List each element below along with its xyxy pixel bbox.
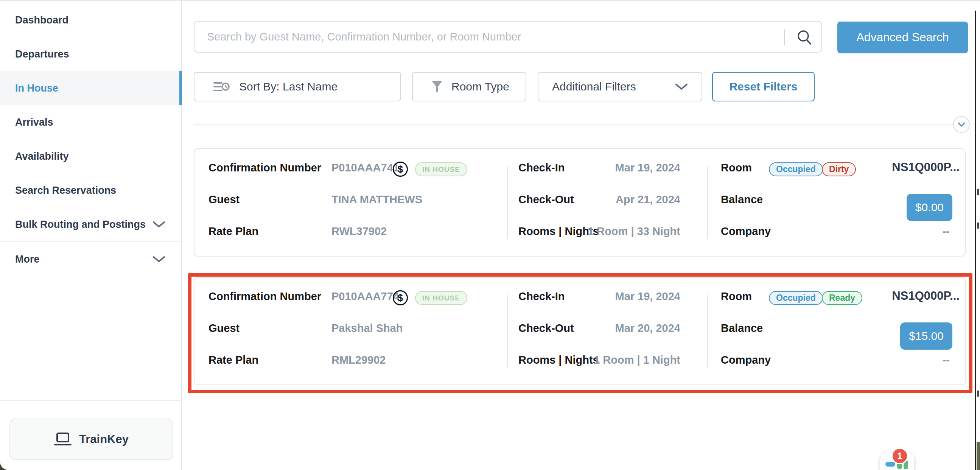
card-column-divider xyxy=(507,295,508,368)
sidebar-item-label: Search Reservations xyxy=(15,185,116,196)
search-divider xyxy=(784,29,785,45)
housekeeping-badge: Ready xyxy=(822,291,862,305)
company-value: -- xyxy=(943,225,950,237)
desktop-corner-artifact xyxy=(977,442,980,470)
guest-name: Pakshal Shah xyxy=(331,322,403,335)
dollar-circle-icon[interactable]: $ xyxy=(393,290,408,305)
confirmation-label: Confirmation Number xyxy=(208,162,321,174)
room-type-filter[interactable]: Room Type xyxy=(412,72,526,101)
sidebar-item-label: In House xyxy=(15,83,58,94)
rate-plan-value: RML29902 xyxy=(331,354,385,366)
sidebar-item-label: More xyxy=(15,253,40,265)
housekeeping-badge: Dirty xyxy=(822,163,856,176)
room-number: NS1Q000P... xyxy=(892,289,959,303)
chevron-down-icon xyxy=(958,122,965,127)
reservation-card[interactable]: Confirmation Number P010AAA741 $ IN HOUS… xyxy=(194,148,966,257)
rooms-nights-label: Rooms | Nights xyxy=(519,354,599,366)
room-label: Room xyxy=(721,162,752,174)
section-divider xyxy=(194,124,955,124)
sidebar-nav: Dashboard Departures In House Arrivals A… xyxy=(0,3,181,276)
balance-button[interactable]: $0.00 xyxy=(907,194,952,221)
check-out-date: Apr 21, 2024 xyxy=(616,193,680,206)
dollar-circle-icon[interactable]: $ xyxy=(393,162,408,177)
chevron-down-icon xyxy=(153,221,165,228)
collapse-chevron-button[interactable] xyxy=(953,116,970,133)
window-edge xyxy=(975,11,976,470)
guest-label: Guest xyxy=(208,322,240,335)
sidebar-item-dashboard[interactable]: Dashboard xyxy=(0,3,181,37)
background-window-artifact xyxy=(977,223,979,229)
sidebar-item-availability[interactable]: Availability xyxy=(0,139,181,173)
sidebar-item-more[interactable]: More xyxy=(0,242,181,276)
search-icon[interactable] xyxy=(796,29,813,46)
reset-filters-button[interactable]: Reset Filters xyxy=(712,72,815,101)
balance-button[interactable]: $15.00 xyxy=(900,322,952,350)
sidebar: Dashboard Departures In House Arrivals A… xyxy=(0,1,182,470)
sidebar-item-label: Arrivals xyxy=(15,116,53,128)
rate-plan-label: Rate Plan xyxy=(208,354,258,366)
sidebar-bottom-divider xyxy=(0,400,182,401)
sidebar-item-in-house[interactable]: In House xyxy=(0,71,181,105)
rate-plan-label: Rate Plan xyxy=(208,225,258,237)
slack-icon xyxy=(885,462,895,467)
reservation-card[interactable]: Confirmation Number P010AAA774 $ IN HOUS… xyxy=(194,277,966,385)
check-out-label: Check-Out xyxy=(519,193,574,206)
confirmation-number[interactable]: P010AAA741 xyxy=(331,162,399,174)
rooms-nights-value: 1 Room | 33 Night xyxy=(588,225,680,237)
card-column-divider xyxy=(707,166,708,239)
sidebar-item-bulk-routing[interactable]: Bulk Routing and Postings xyxy=(0,207,181,241)
funnel-icon xyxy=(431,80,443,93)
dollar-glyph: $ xyxy=(398,164,403,175)
check-in-date: Mar 19, 2024 xyxy=(615,162,680,174)
trainkey-label: TrainKey xyxy=(79,433,129,446)
confirmation-label: Confirmation Number xyxy=(208,290,321,303)
search-box xyxy=(194,21,822,53)
sidebar-item-label: Availability xyxy=(15,151,69,163)
sidebar-item-label: Departures xyxy=(15,48,69,60)
status-badge: IN HOUSE xyxy=(415,291,467,305)
laptop-icon xyxy=(54,433,72,446)
check-in-label: Check-In xyxy=(519,290,565,303)
trainkey-button[interactable]: TrainKey xyxy=(10,419,173,460)
sidebar-item-search-reservations[interactable]: Search Reservations xyxy=(0,173,181,207)
additional-filters-label: Additional Filters xyxy=(552,80,636,93)
room-type-label: Room Type xyxy=(452,80,509,93)
company-label: Company xyxy=(721,354,771,366)
sidebar-item-arrivals[interactable]: Arrivals xyxy=(0,105,181,139)
chevron-down-icon xyxy=(153,255,165,263)
room-number: NS1Q000P... xyxy=(892,161,959,174)
app-window: Dashboard Departures In House Arrivals A… xyxy=(0,0,980,470)
background-window-artifact xyxy=(977,189,979,195)
guest-name: TINA MATTHEWS xyxy=(331,193,422,206)
sort-icon xyxy=(213,80,230,93)
company-value: -- xyxy=(943,354,950,366)
dollar-glyph: $ xyxy=(398,293,403,303)
balance-label: Balance xyxy=(721,322,763,335)
rooms-nights-value: 1 Room | 1 Night xyxy=(594,354,680,366)
guest-label: Guest xyxy=(208,193,240,206)
chevron-down-icon xyxy=(675,83,688,91)
sidebar-item-label: Bulk Routing and Postings xyxy=(15,219,146,231)
card-column-divider xyxy=(507,166,508,239)
check-in-label: Check-In xyxy=(519,162,565,174)
check-in-date: Mar 19, 2024 xyxy=(615,290,680,303)
occupancy-badge: Occupied xyxy=(769,291,823,305)
card-column-divider xyxy=(707,295,708,368)
room-label: Room xyxy=(721,290,752,303)
sort-by-dropdown[interactable]: Sort By: Last Name xyxy=(194,72,401,101)
rooms-nights-label: Rooms | Nights xyxy=(519,225,599,237)
check-out-date: Mar 20, 2024 xyxy=(615,322,680,335)
notification-badge: 1 xyxy=(891,448,908,464)
sidebar-item-departures[interactable]: Departures xyxy=(0,37,181,71)
background-window-artifact xyxy=(977,390,979,397)
search-input[interactable] xyxy=(194,22,821,52)
company-label: Company xyxy=(721,225,771,237)
status-badge: IN HOUSE xyxy=(415,163,467,176)
additional-filters-dropdown[interactable]: Additional Filters xyxy=(538,72,702,101)
advanced-search-button[interactable]: Advanced Search xyxy=(837,22,968,53)
check-out-label: Check-Out xyxy=(519,322,574,335)
occupancy-badge: Occupied xyxy=(769,163,823,176)
rate-plan-value: RWL37902 xyxy=(331,225,387,237)
sidebar-item-label: Dashboard xyxy=(15,14,68,26)
confirmation-number[interactable]: P010AAA774 xyxy=(331,290,399,303)
